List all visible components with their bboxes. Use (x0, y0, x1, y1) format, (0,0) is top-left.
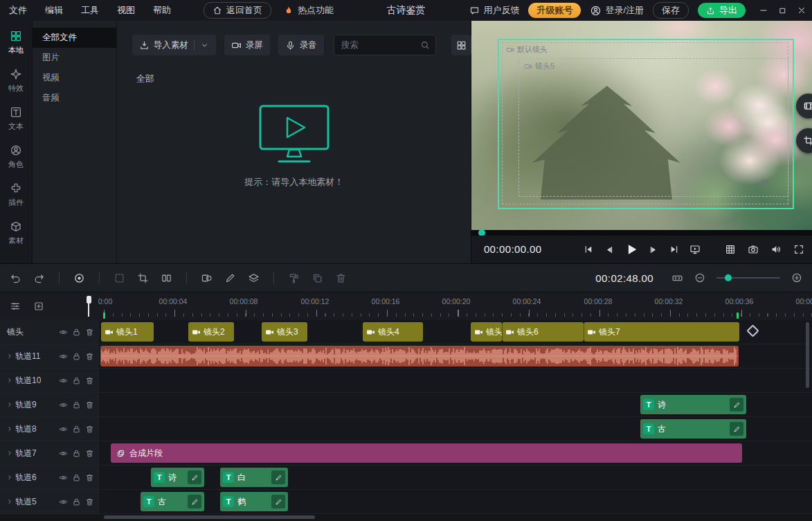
feedback-button[interactable]: 用户反馈 (469, 4, 519, 17)
video-clip[interactable]: 镜头1 (101, 322, 154, 342)
text-clip[interactable]: T 鹤 (220, 492, 288, 511)
edit-pen-icon[interactable] (224, 272, 236, 284)
chevron-right-icon[interactable] (6, 352, 14, 360)
text-clip[interactable]: T 白 (220, 468, 288, 487)
skip-start-icon[interactable] (583, 244, 594, 255)
lock-icon[interactable] (72, 449, 81, 458)
sidebar-item-effects[interactable]: 特效 (0, 64, 32, 103)
edit-text-style-button[interactable] (730, 422, 743, 436)
track-header[interactable]: 轨道6 (0, 466, 100, 489)
chevron-right-icon[interactable] (6, 400, 14, 409)
upgrade-account-button[interactable]: 升级账号 (528, 3, 581, 18)
track-lane[interactable]: T 古 (100, 417, 812, 441)
import-media-button[interactable]: 导入素材 (132, 35, 216, 55)
preview-monitor-icon[interactable] (689, 244, 701, 255)
trash-icon[interactable] (85, 473, 94, 482)
track-lane[interactable]: 合成片段 (100, 441, 812, 465)
range-out-marker[interactable] (737, 312, 739, 319)
composite-clip[interactable]: 合成片段 (111, 443, 742, 463)
edit-text-style-button[interactable] (188, 470, 201, 484)
maximize-icon[interactable] (778, 6, 787, 15)
speaker-icon[interactable] (770, 244, 782, 255)
range-in-marker[interactable] (103, 312, 105, 319)
split-screen-grid-icon[interactable] (725, 244, 736, 255)
chevron-right-icon[interactable] (6, 473, 14, 482)
layers-icon[interactable] (248, 272, 260, 284)
video-clip[interactable]: 镜头3 (262, 322, 307, 342)
eye-icon[interactable] (59, 497, 68, 506)
chevron-right-icon[interactable] (6, 497, 14, 506)
zoom-in-icon[interactable] (791, 272, 802, 283)
preview-progress-bar[interactable] (471, 230, 812, 236)
sidebar-item-character[interactable]: 角色 (0, 141, 32, 179)
playhead-handle[interactable] (87, 296, 91, 303)
track-lane[interactable]: T 诗 (100, 393, 812, 416)
sidebar-item-plugins[interactable]: 插件 (0, 179, 32, 217)
category-all-files[interactable]: 全部文件 (33, 28, 116, 48)
skip-end-icon[interactable] (669, 244, 680, 255)
trash-icon[interactable] (85, 497, 94, 506)
track-manager-icon[interactable] (10, 301, 21, 312)
track-header[interactable]: 轨道7 (0, 441, 100, 465)
box-select-icon[interactable] (114, 272, 125, 284)
record-audio-button[interactable]: 录音 (278, 35, 324, 55)
video-clip[interactable]: 镜头5 (471, 322, 502, 342)
lock-icon[interactable] (72, 400, 81, 409)
track-header[interactable]: 轨道9 (0, 393, 100, 416)
mask-tool-icon[interactable] (201, 272, 213, 284)
login-button[interactable]: 登录/注册 (590, 4, 644, 17)
vertical-scrollbar[interactable] (806, 322, 809, 388)
edit-text-style-button[interactable] (188, 495, 201, 509)
playhead[interactable] (86, 296, 91, 317)
hot-features-button[interactable]: 热点功能 (276, 3, 342, 18)
fit-timeline-icon[interactable] (671, 272, 683, 284)
text-clip[interactable]: T 古 (141, 492, 204, 511)
delete-icon[interactable] (335, 272, 347, 284)
video-clip[interactable]: 镜头7 (584, 322, 739, 342)
chevron-right-icon[interactable] (6, 425, 14, 433)
record-screen-button[interactable]: 录屏 (224, 35, 270, 55)
audio-clip[interactable] (100, 346, 739, 367)
close-icon[interactable] (797, 6, 806, 15)
menu-help[interactable]: 帮助 (144, 0, 180, 21)
add-transition-diamond-button[interactable] (746, 324, 759, 337)
horizontal-scrollbar[interactable] (104, 515, 315, 519)
eye-icon[interactable] (59, 400, 68, 409)
track-lane[interactable]: 镜头1 镜头2 镜头3 镜头4 镜头5 (100, 320, 812, 344)
crop-tool-icon[interactable] (137, 272, 149, 284)
frame-forward-icon[interactable] (649, 245, 659, 255)
track-lane[interactable] (100, 369, 812, 392)
eye-icon[interactable] (59, 449, 68, 458)
menu-tools[interactable]: 工具 (72, 0, 108, 21)
chevron-down-icon[interactable] (200, 41, 209, 50)
zoom-slider[interactable] (716, 277, 780, 279)
trash-icon[interactable] (85, 352, 94, 361)
lock-icon[interactable] (72, 328, 81, 337)
redo-icon[interactable] (33, 272, 45, 284)
text-clip[interactable]: T 古 (640, 419, 746, 439)
track-header[interactable]: 轨道8 (0, 417, 100, 441)
category-videos[interactable]: 视频 (33, 68, 116, 88)
track-header[interactable]: 镜头 (0, 320, 100, 344)
trash-icon[interactable] (85, 376, 94, 385)
eye-icon[interactable] (59, 376, 68, 385)
edit-text-style-button[interactable] (730, 398, 743, 412)
edit-text-style-button[interactable] (271, 495, 285, 509)
track-header[interactable]: 轨道5 (0, 490, 100, 513)
track-header[interactable]: 轨道10 (0, 369, 100, 392)
save-button[interactable]: 保存 (653, 2, 689, 19)
sidebar-item-local[interactable]: 本地 (0, 26, 32, 64)
trash-icon[interactable] (85, 449, 94, 458)
timeline-ruler[interactable]: 0:00 00:00:04 00:00:08 00:00:12 00:00:16… (0, 292, 812, 321)
preview-canvas[interactable]: 默认镜头 镜头5 (471, 21, 812, 230)
search-input[interactable] (340, 39, 420, 51)
play-icon[interactable] (624, 242, 639, 257)
zoom-slider-thumb[interactable] (725, 274, 732, 281)
sidebar-item-assets[interactable]: 素材 (0, 217, 32, 255)
minimize-icon[interactable] (759, 6, 768, 15)
lock-icon[interactable] (72, 473, 81, 482)
filter-all-label[interactable]: 全部 (136, 73, 154, 85)
video-clip[interactable]: 镜头4 (363, 322, 423, 342)
lock-icon[interactable] (72, 425, 81, 434)
zoom-out-icon[interactable] (694, 272, 705, 283)
